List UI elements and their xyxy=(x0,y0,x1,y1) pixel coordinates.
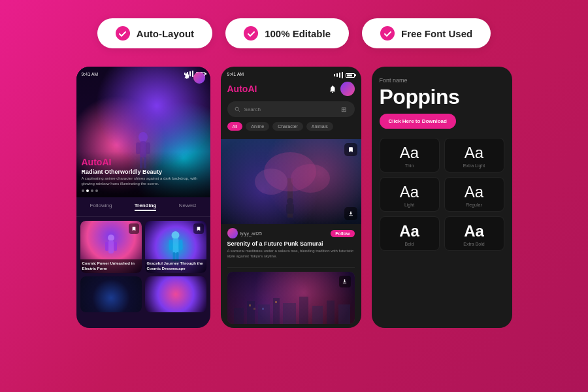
svg-rect-29 xyxy=(327,301,335,324)
variant-label-extrabold: Extra Bold xyxy=(463,242,484,246)
svg-rect-3 xyxy=(146,142,150,154)
signal-2 xyxy=(334,72,355,78)
card-bg-3 xyxy=(80,276,142,312)
filter-button[interactable]: ⊞ xyxy=(339,105,348,114)
second-card-image xyxy=(227,272,355,324)
font-name: Poppins xyxy=(380,86,504,107)
dot-3 xyxy=(91,189,93,192)
svg-rect-21 xyxy=(286,204,294,214)
notification-icon-2[interactable] xyxy=(328,84,337,93)
variant-thin: Aa Thin xyxy=(380,138,440,172)
bookmark-2 xyxy=(193,223,204,234)
logo-2: AutoAI xyxy=(227,84,257,94)
variant-label-bold: Bold xyxy=(404,242,414,246)
time-display: 9:41 AM xyxy=(82,72,99,76)
card-img-1: Cosmic Power Unleashed in Electric Form xyxy=(80,221,142,273)
svg-rect-34 xyxy=(275,301,277,303)
user-avatar-small xyxy=(227,228,238,238)
hero-image: 9:41 AM AutoAI Radiant Otherworldly Beau… xyxy=(76,67,210,197)
svg-rect-22 xyxy=(234,308,244,324)
dot-2 xyxy=(86,189,89,192)
search-placeholder: Search xyxy=(244,106,335,112)
tag-anime[interactable]: Anime xyxy=(246,122,269,131)
search-icon xyxy=(234,106,240,112)
svg-point-18 xyxy=(255,169,287,195)
card-label-2: Graceful Journey Through the Cosmic Drea… xyxy=(145,259,206,273)
svg-rect-7 xyxy=(108,240,114,253)
figure-2 xyxy=(167,231,184,263)
variant-regular: Aa Regular xyxy=(444,177,504,212)
tag-all[interactable]: All xyxy=(227,122,243,131)
user-info: lylyy_art25 xyxy=(227,228,262,238)
variant-extrabold: Aa Extra Bold xyxy=(444,216,504,251)
user-avatar-1 xyxy=(193,72,205,84)
nav-following[interactable]: Following xyxy=(90,203,112,211)
badge-free-font: Free Font Used xyxy=(362,18,491,48)
status-bar-2: 9:41 AM xyxy=(227,72,355,78)
svg-point-19 xyxy=(291,164,330,193)
aa-light: Aa xyxy=(400,184,419,200)
card-img-3 xyxy=(80,276,142,312)
filter-tags: All Anime Character Animals xyxy=(227,122,355,131)
panel2-header-icons xyxy=(328,82,355,96)
user-row: lylyy_art25 Follow xyxy=(227,228,355,238)
card-download-main[interactable] xyxy=(344,207,357,220)
user-avatar-2 xyxy=(340,82,355,96)
svg-rect-24 xyxy=(258,304,270,324)
badge-label-free-font: Free Font Used xyxy=(401,28,472,39)
svg-rect-26 xyxy=(283,303,296,324)
follow-button[interactable]: Follow xyxy=(331,230,354,237)
aa-bold: Aa xyxy=(399,223,419,239)
card-label-1: Cosmic Power Unleashed in Electric Form xyxy=(80,259,142,273)
card-bookmark-main xyxy=(344,143,357,156)
divider xyxy=(227,267,355,268)
notification-icon[interactable] xyxy=(183,72,191,80)
card-description: A samurai meditates under a sakura tree,… xyxy=(227,248,355,259)
panels-row: 9:41 AM AutoAI Radiant Otherworldly Beau… xyxy=(76,67,512,328)
nav-newest[interactable]: Newest xyxy=(179,203,197,211)
aa-regular: Aa xyxy=(465,184,483,200)
second-card-download[interactable] xyxy=(339,276,351,287)
search-bar[interactable]: Search ⊞ xyxy=(227,101,355,117)
svg-point-10 xyxy=(171,231,179,239)
badges-row: Auto-Layout 100% Editable Free Font Used xyxy=(97,18,491,48)
download-button[interactable]: Click Here to Download xyxy=(380,114,456,129)
svg-rect-31 xyxy=(249,304,251,306)
badge-editable: 100% Editable xyxy=(225,18,349,48)
carousel-dots xyxy=(82,189,205,192)
city-skyline xyxy=(227,291,355,324)
dot-1 xyxy=(82,189,84,192)
aa-extrabold: Aa xyxy=(464,223,484,239)
svg-rect-9 xyxy=(114,242,117,251)
figure-1 xyxy=(105,234,118,263)
card-grid: Cosmic Power Unleashed in Electric Form xyxy=(76,217,210,316)
svg-point-0 xyxy=(139,132,148,142)
svg-rect-33 xyxy=(262,308,264,310)
svg-rect-27 xyxy=(299,297,308,324)
panel-anime-light: 9:41 AM AutoAI xyxy=(221,67,361,328)
font-label: Font name xyxy=(380,77,504,84)
hero-icons xyxy=(183,72,205,84)
card-img-2: Graceful Journey Through the Cosmic Drea… xyxy=(145,221,206,273)
card-3[interactable] xyxy=(80,276,142,312)
card-info: lylyy_art25 Follow Serenity of a Future … xyxy=(221,224,361,263)
svg-point-6 xyxy=(108,235,114,241)
svg-rect-30 xyxy=(338,304,350,324)
panel2-top: 9:41 AM AutoAI xyxy=(221,67,361,139)
svg-rect-5 xyxy=(144,157,146,169)
variant-label-extralight: Extra Light xyxy=(463,163,485,168)
svg-rect-8 xyxy=(105,242,108,251)
dot-4 xyxy=(95,189,98,192)
nav-trending[interactable]: Trending xyxy=(135,203,157,211)
card-2[interactable]: Graceful Journey Through the Cosmic Drea… xyxy=(145,221,206,273)
card-4[interactable] xyxy=(145,276,206,312)
badge-label-auto-layout: Auto-Layout xyxy=(137,28,194,39)
svg-rect-32 xyxy=(253,308,255,310)
variant-bold: Aa Bold xyxy=(380,216,440,251)
tag-animals[interactable]: Animals xyxy=(306,122,333,131)
tag-character[interactable]: Character xyxy=(272,122,303,131)
bookmark-1 xyxy=(129,223,139,234)
card-1[interactable]: Cosmic Power Unleashed in Electric Form xyxy=(80,221,142,273)
aa-thin: Aa xyxy=(400,145,419,161)
svg-point-20 xyxy=(287,198,293,204)
